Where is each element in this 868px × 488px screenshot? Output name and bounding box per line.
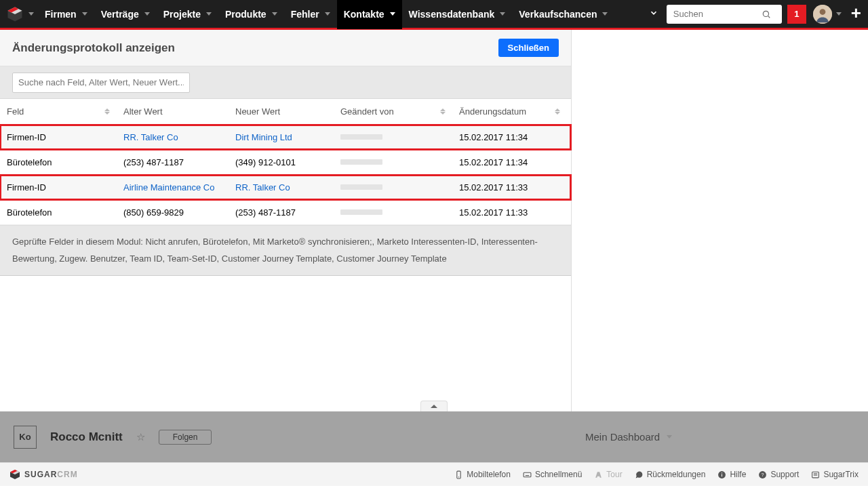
cell-value: 15.02.2017 11:34: [459, 132, 528, 142]
dashboard-selector[interactable]: Mein Dashboard: [585, 431, 660, 443]
global-search[interactable]: [667, 5, 782, 24]
cell-geaendert-von: [334, 184, 452, 190]
col-header-neu[interactable]: Neuer Wert: [229, 106, 334, 117]
nav-item-fehler[interactable]: Fehler: [284, 0, 337, 29]
cell-value[interactable]: RR. Talker Co: [123, 132, 178, 142]
caret-down-icon: [144, 12, 150, 16]
favorite-star-icon[interactable]: ☆: [136, 431, 145, 443]
search-input[interactable]: [673, 9, 762, 19]
cell-value: Bürotelefon: [7, 157, 52, 167]
follow-button[interactable]: Folgen: [159, 430, 212, 445]
top-nav: FirmenVerträgeProjekteProdukteFehlerKont…: [0, 0, 868, 30]
cell-neuer-wert: (253) 487-1187: [229, 207, 334, 218]
filter-input[interactable]: [12, 73, 190, 93]
cell-value: (349) 912-0101: [235, 157, 296, 167]
notifications-badge[interactable]: 1: [787, 5, 806, 24]
svg-point-6: [819, 9, 825, 15]
footer-brand-a: SUGAR: [24, 470, 57, 479]
cell-value: Firmen-ID: [7, 132, 46, 142]
footer-link-label: Mobiltelefon: [467, 470, 511, 479]
user-menu-caret-icon[interactable]: [836, 12, 842, 16]
nav-item-wissensdatenbank[interactable]: Wissensdatenbank: [402, 0, 513, 29]
nav-items: FirmenVerträgeProjekteProdukteFehlerKont…: [38, 0, 641, 29]
record-right: Mein Dashboard: [572, 431, 868, 443]
nav-item-firmen[interactable]: Firmen: [38, 0, 94, 29]
footer-link-sugartrix[interactable]: SugarTrix: [811, 470, 859, 479]
app-logo-icon[interactable]: [7, 6, 23, 22]
cell-alter-wert: (850) 659-9829: [117, 207, 229, 218]
nav-item-label: Kontakte: [344, 9, 384, 20]
cell-value: Firmen-ID: [7, 182, 46, 192]
cell-value: Bürotelefon: [7, 207, 52, 218]
nav-item-label: Verträge: [101, 9, 139, 20]
redacted-placeholder: [340, 159, 382, 165]
record-name: Rocco Mcnitt: [50, 430, 123, 444]
col-label: Neuer Wert: [235, 106, 280, 117]
caret-down-icon: [500, 12, 505, 16]
filter-bar: [0, 66, 571, 99]
cell-value[interactable]: RR. Talker Co: [235, 182, 290, 192]
cell-value: 15.02.2017 11:33: [459, 182, 528, 192]
user-avatar[interactable]: [813, 5, 832, 24]
footer-link-schnellmenü[interactable]: Schnellmenü: [523, 470, 582, 479]
sort-icon: [104, 108, 110, 115]
footer-links: MobiltelefonSchnellmenüTourRückmeldungen…: [454, 470, 859, 479]
cell-feld: Bürotelefon: [0, 207, 117, 218]
col-label: Geändert von: [340, 106, 394, 117]
cell-feld: Bürotelefon: [0, 157, 117, 167]
footer-link-label: Rückmeldungen: [647, 470, 706, 479]
mobile-icon: [454, 470, 463, 479]
sort-icon: [555, 108, 560, 115]
col-header-feld[interactable]: Feld: [0, 106, 117, 117]
footer-logo[interactable]: SUGARCRM: [9, 469, 78, 480]
cell-neuer-wert: (349) 912-0101: [229, 157, 334, 167]
cell-value: 15.02.2017 11:33: [459, 207, 528, 218]
keyboard-icon: [523, 470, 532, 479]
nav-item-projekte[interactable]: Projekte: [157, 0, 218, 29]
footer-link-tour[interactable]: Tour: [594, 470, 622, 479]
col-header-von[interactable]: Geändert von: [334, 106, 452, 117]
quick-create-button[interactable]: +: [851, 13, 861, 16]
col-label: Änderungsdatum: [459, 106, 526, 117]
comment-icon: [635, 470, 644, 479]
nav-item-kontakte[interactable]: Kontakte: [337, 0, 402, 29]
main-split: Änderungsprotokoll anzeigen Schließen Fe…: [0, 30, 868, 411]
cell-alter-wert: (253) 487-1187: [117, 157, 229, 167]
cell-value[interactable]: Airline Maintenance Co: [123, 182, 214, 192]
chevron-up-icon: [431, 405, 437, 408]
nav-overflow-chevron-icon[interactable]: [641, 8, 667, 20]
col-header-alt[interactable]: Alter Wert: [117, 106, 229, 117]
table-header: Feld Alter Wert Neuer Wert Geändert von …: [0, 99, 571, 125]
nav-item-label: Produkte: [225, 9, 267, 20]
cell-value: (253) 487-1187: [235, 207, 296, 218]
close-button[interactable]: Schließen: [498, 39, 559, 57]
cell-alter-wert: Airline Maintenance Co: [117, 182, 229, 192]
caret-down-icon: [206, 12, 212, 16]
col-header-datum[interactable]: Änderungsdatum: [452, 106, 571, 117]
caret-down-icon: [602, 12, 608, 16]
logo-menu-caret-icon[interactable]: [28, 12, 34, 16]
caret-down-icon: [390, 12, 395, 16]
footer-link-support[interactable]: ?Support: [758, 470, 799, 479]
caret-down-icon: [272, 12, 277, 16]
cell-value: 15.02.2017 11:34: [459, 157, 528, 167]
list-icon: [811, 470, 820, 479]
footer-link-mobiltelefon[interactable]: Mobiltelefon: [454, 470, 511, 479]
audited-fields-note: Geprüfte Felder in diesem Modul: Nicht a…: [0, 225, 571, 276]
cell-value[interactable]: Dirt Mining Ltd: [235, 132, 292, 142]
footer-link-rückmeldungen[interactable]: Rückmeldungen: [635, 470, 706, 479]
dashboard-caret-icon[interactable]: [667, 435, 672, 439]
col-label: Feld: [7, 106, 24, 117]
cell-feld: Firmen-ID: [0, 132, 117, 142]
question-icon: ?: [758, 470, 767, 479]
svg-rect-19: [722, 474, 722, 476]
col-label: Alter Wert: [123, 106, 163, 117]
nav-item-verträge[interactable]: Verträge: [94, 0, 157, 29]
footer-link-hilfe[interactable]: Hilfe: [717, 470, 746, 479]
record-header-bar: Ko Rocco Mcnitt ☆ Folgen Mein Dashboard: [0, 411, 868, 462]
nav-item-verkaufschancen[interactable]: Verkaufschancen: [512, 0, 614, 29]
caret-down-icon: [325, 12, 330, 16]
nav-item-label: Projekte: [163, 9, 201, 20]
nav-item-produkte[interactable]: Produkte: [218, 0, 284, 29]
expand-up-tab[interactable]: [420, 401, 448, 411]
